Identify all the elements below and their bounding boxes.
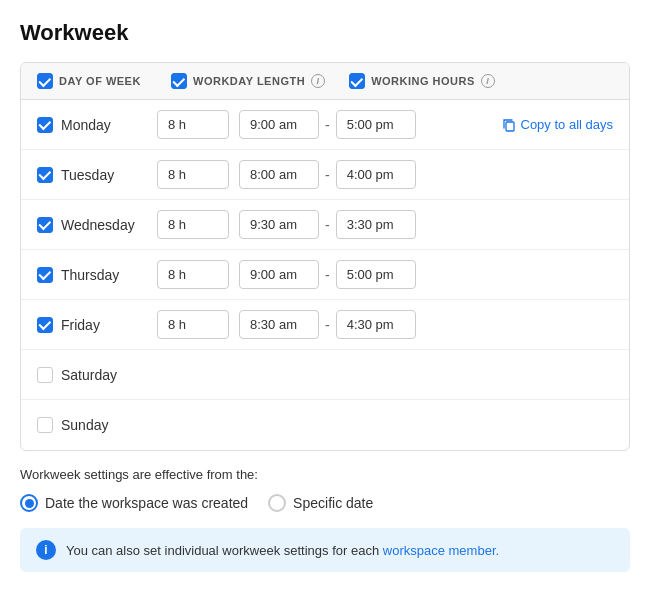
settings-note: Workweek settings are effective from the… <box>20 467 630 482</box>
time-group-4: - <box>239 310 416 339</box>
day-checkbox-2[interactable] <box>37 217 53 233</box>
dash-1: - <box>325 167 330 183</box>
end-time-0[interactable] <box>336 110 416 139</box>
hours-info-icon[interactable]: i <box>481 74 495 88</box>
radio-created-label: Date the workspace was created <box>45 495 248 511</box>
day-checkbox-0[interactable] <box>37 117 53 133</box>
day-checkbox-6[interactable] <box>37 417 53 433</box>
day-name-2: Wednesday <box>61 217 135 233</box>
time-group-1: - <box>239 160 416 189</box>
workday-input-4[interactable] <box>157 310 229 339</box>
header-working-hours: WORKING HOURS i <box>349 73 495 89</box>
day-checkbox-1[interactable] <box>37 167 53 183</box>
time-group-0: - <box>239 110 416 139</box>
table-row: Saturday <box>21 350 629 400</box>
start-time-1[interactable] <box>239 160 319 189</box>
effective-date-options: Date the workspace was created Specific … <box>20 494 630 512</box>
table-row: Sunday <box>21 400 629 450</box>
start-time-2[interactable] <box>239 210 319 239</box>
day-name-5: Saturday <box>61 367 117 383</box>
start-time-4[interactable] <box>239 310 319 339</box>
day-name-0: Monday <box>61 117 111 133</box>
header-workday-checkbox[interactable] <box>171 73 187 89</box>
header-day-of-week: DAY OF WEEK <box>37 73 147 89</box>
table-row: Wednesday - <box>21 200 629 250</box>
day-checkbox-wrapper-1: Tuesday <box>37 167 147 183</box>
dash-2: - <box>325 217 330 233</box>
svg-rect-0 <box>506 122 514 131</box>
workspace-member-link[interactable]: workspace member. <box>383 543 499 558</box>
table-row: Friday - <box>21 300 629 350</box>
time-group-3: - <box>239 260 416 289</box>
table-row: Tuesday - <box>21 150 629 200</box>
time-group-2: - <box>239 210 416 239</box>
day-checkbox-5[interactable] <box>37 367 53 383</box>
page-title: Workweek <box>20 20 630 46</box>
workday-input-2[interactable] <box>157 210 229 239</box>
day-name-4: Friday <box>61 317 100 333</box>
workday-info-icon[interactable]: i <box>311 74 325 88</box>
workday-input-1[interactable] <box>157 160 229 189</box>
end-time-1[interactable] <box>336 160 416 189</box>
header-workday-length: WORKDAY LENGTH i <box>171 73 325 89</box>
day-checkbox-4[interactable] <box>37 317 53 333</box>
radio-specific-label: Specific date <box>293 495 373 511</box>
day-rows-container: Monday - Copy to a <box>21 100 629 450</box>
day-checkbox-wrapper-4: Friday <box>37 317 147 333</box>
table-header: DAY OF WEEK WORKDAY LENGTH i WORKING HOU… <box>21 63 629 100</box>
end-time-3[interactable] <box>336 260 416 289</box>
day-checkbox-wrapper-2: Wednesday <box>37 217 147 233</box>
workday-input-0[interactable] <box>157 110 229 139</box>
day-name-3: Thursday <box>61 267 119 283</box>
day-checkbox-wrapper-0: Monday <box>37 117 147 133</box>
day-checkbox-3[interactable] <box>37 267 53 283</box>
radio-option-specific[interactable]: Specific date <box>268 494 373 512</box>
banner-info-icon: i <box>36 540 56 560</box>
table-row: Thursday - <box>21 250 629 300</box>
copy-icon <box>502 118 516 132</box>
banner-text: You can also set individual workweek set… <box>66 543 499 558</box>
dash-0: - <box>325 117 330 133</box>
info-banner: i You can also set individual workweek s… <box>20 528 630 572</box>
workday-input-3[interactable] <box>157 260 229 289</box>
day-name-6: Sunday <box>61 417 108 433</box>
radio-specific[interactable] <box>268 494 286 512</box>
header-day-checkbox[interactable] <box>37 73 53 89</box>
header-hours-checkbox[interactable] <box>349 73 365 89</box>
day-checkbox-wrapper-3: Thursday <box>37 267 147 283</box>
day-checkbox-wrapper-6: Sunday <box>37 417 147 433</box>
table-row: Monday - Copy to a <box>21 100 629 150</box>
end-time-2[interactable] <box>336 210 416 239</box>
copy-label: Copy to all days <box>521 117 614 132</box>
end-time-4[interactable] <box>336 310 416 339</box>
start-time-3[interactable] <box>239 260 319 289</box>
dash-3: - <box>325 267 330 283</box>
radio-created[interactable] <box>20 494 38 512</box>
radio-option-created[interactable]: Date the workspace was created <box>20 494 248 512</box>
dash-4: - <box>325 317 330 333</box>
day-name-1: Tuesday <box>61 167 114 183</box>
copy-to-all-days[interactable]: Copy to all days <box>502 117 614 132</box>
workweek-table: DAY OF WEEK WORKDAY LENGTH i WORKING HOU… <box>20 62 630 451</box>
day-checkbox-wrapper-5: Saturday <box>37 367 147 383</box>
start-time-0[interactable] <box>239 110 319 139</box>
